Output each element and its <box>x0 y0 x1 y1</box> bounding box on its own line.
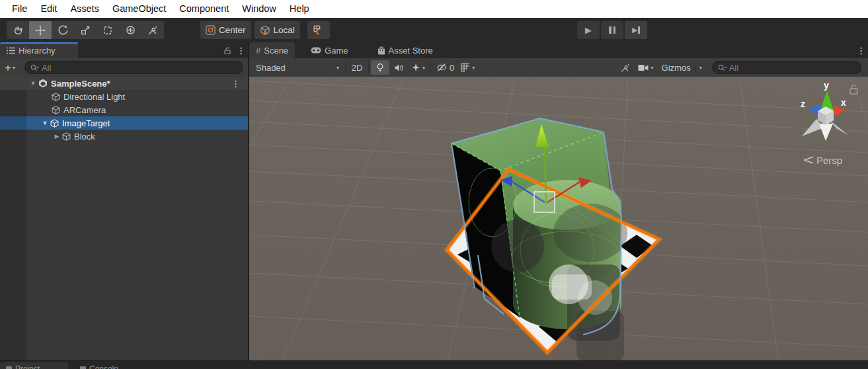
pivot-mode-button[interactable]: Center <box>200 21 251 39</box>
folder-icon <box>6 366 12 369</box>
chevron-down-icon: ▾ <box>699 65 702 71</box>
grid-visibility-button[interactable]: ▾ <box>457 60 478 75</box>
hand-icon <box>13 24 24 36</box>
tab-project[interactable]: Project <box>0 362 68 369</box>
scene-tools-button[interactable] <box>616 60 635 75</box>
menu-file[interactable]: File <box>5 0 34 18</box>
grid-snap-icon <box>313 24 324 36</box>
scale-icon <box>80 25 91 36</box>
rotate-icon <box>58 24 69 36</box>
hierarchy-row-arcamera[interactable]: ARCamera <box>0 103 248 116</box>
hierarchy-search-value: All <box>42 63 51 73</box>
pivot-orientation-group: Center Local <box>200 21 330 39</box>
search-icon <box>30 64 39 71</box>
menu-assets[interactable]: Assets <box>63 0 106 18</box>
menu-help[interactable]: Help <box>283 0 316 18</box>
effects-icon <box>411 63 420 72</box>
hierarchy-panel: Hierarchy ⋮ + ▾ All <box>0 42 249 360</box>
hierarchy-menu-kebab[interactable]: ⋮ <box>237 46 245 55</box>
scene-camera-button[interactable]: ▾ <box>635 60 657 75</box>
scene-view-toolbar: Shaded ▾ 2D ▾ <box>249 58 868 77</box>
main-toolbar: Center Local ▶ ▶ <box>0 18 868 42</box>
axis-z-label: z <box>801 99 805 109</box>
hierarchy-search-input[interactable]: All <box>24 61 243 74</box>
pause-button[interactable] <box>601 21 623 39</box>
gizmo-center-handle[interactable] <box>534 192 555 212</box>
console-icon <box>80 366 86 369</box>
move-tool-button[interactable] <box>29 21 52 39</box>
custom-tool-button[interactable] <box>141 21 164 39</box>
wrench-screwdriver-icon <box>620 63 630 73</box>
rect-tool-button[interactable] <box>97 21 119 39</box>
hidden-objects-button[interactable]: 0 <box>433 60 457 75</box>
shading-mode-dropdown[interactable]: Shaded ▾ <box>252 60 343 75</box>
tab-hierarchy[interactable]: Hierarchy <box>0 42 78 58</box>
step-icon: ▶ <box>632 26 637 34</box>
tab-game[interactable]: Game <box>304 42 354 58</box>
local-cube-icon <box>260 25 270 36</box>
menu-bar: File Edit Assets GameObject Component Wi… <box>0 0 868 18</box>
scene-search-input[interactable]: All <box>712 61 861 74</box>
foldout-closed-icon[interactable]: ▶ <box>52 133 62 140</box>
hierarchy-tab-bar: Hierarchy ⋮ <box>0 42 248 58</box>
gizmos-dropdown[interactable]: Gizmos ▾ <box>657 60 707 75</box>
step-button[interactable]: ▶ <box>625 21 647 39</box>
scene-tab-bar: # Scene Game Asset Store ⋮ <box>249 42 868 58</box>
rotate-tool-button[interactable] <box>52 21 74 39</box>
orientation-mode-label: Local <box>274 25 295 35</box>
scene-viewport[interactable]: y z x Persp <box>249 77 868 360</box>
axis-y-label: y <box>824 80 829 91</box>
gameobject-cube-icon <box>62 132 71 141</box>
tab-scene[interactable]: # Scene <box>249 42 295 58</box>
menu-window[interactable]: Window <box>235 0 283 18</box>
transform-tool-button[interactable] <box>119 21 141 39</box>
foldout-open-icon[interactable]: ▼ <box>40 120 50 126</box>
lock-icon[interactable] <box>223 46 231 55</box>
orientation-mode-button[interactable]: Local <box>255 21 300 39</box>
chevron-down-icon: ▾ <box>13 65 15 71</box>
gameobject-cube-icon <box>52 106 60 114</box>
pivot-icon <box>206 25 216 35</box>
plus-icon: + <box>5 62 11 73</box>
menu-gameobject[interactable]: GameObject <box>106 0 173 18</box>
scene-audio-button[interactable] <box>389 60 408 75</box>
chevron-down-icon: ▾ <box>651 65 654 71</box>
create-object-button[interactable]: + ▾ <box>5 62 15 73</box>
grid-icon <box>461 63 470 72</box>
foldout-open-icon[interactable]: ▼ <box>28 80 38 87</box>
tab-asset-store[interactable]: Asset Store <box>371 42 440 58</box>
speaker-icon <box>394 63 404 72</box>
chevron-down-icon: ▾ <box>422 65 425 71</box>
scale-tool-button[interactable] <box>74 21 97 39</box>
menu-edit[interactable]: Edit <box>34 0 63 18</box>
scene-menu-kebab[interactable]: ⋮ <box>857 46 865 55</box>
play-button[interactable]: ▶ <box>577 21 600 39</box>
lightbulb-icon <box>375 63 385 73</box>
chevron-down-icon: ▾ <box>336 65 339 71</box>
grid-snapping-button[interactable] <box>307 21 330 39</box>
transform-tools-group <box>7 21 164 39</box>
hierarchy-row-imagetarget[interactable]: ▼ ImageTarget <box>0 116 248 130</box>
bottom-dock: Project Console <box>0 360 868 369</box>
toggle-2d-button[interactable]: 2D <box>348 60 366 75</box>
search-icon <box>718 64 727 71</box>
hierarchy-list-icon <box>7 47 15 54</box>
chevron-down-icon: ▾ <box>472 65 475 71</box>
scene-search-value: All <box>729 63 738 73</box>
hierarchy-row-block[interactable]: ▶ Block <box>0 130 248 143</box>
tab-console[interactable]: Console <box>74 362 124 369</box>
menu-component[interactable]: Component <box>173 0 235 18</box>
eye-slash-icon <box>436 63 448 72</box>
hierarchy-row-directional-light[interactable]: Directional Light <box>0 90 248 103</box>
scene-lighting-button[interactable] <box>371 60 389 75</box>
hand-tool-button[interactable] <box>7 21 29 39</box>
move-icon <box>34 24 46 36</box>
scene-kebab-icon[interactable]: ⋮ <box>231 79 240 89</box>
scene-effects-button[interactable]: ▾ <box>408 60 428 75</box>
hierarchy-tree: ▼ SampleScene* ⋮ Directional Light <box>0 77 248 360</box>
scene-header-row[interactable]: ▼ SampleScene* ⋮ <box>0 77 248 90</box>
play-controls: ▶ ▶ <box>577 21 647 39</box>
unity-scene-icon <box>38 79 48 88</box>
gameobject-cube-icon <box>52 93 60 101</box>
rect-icon <box>102 25 113 36</box>
